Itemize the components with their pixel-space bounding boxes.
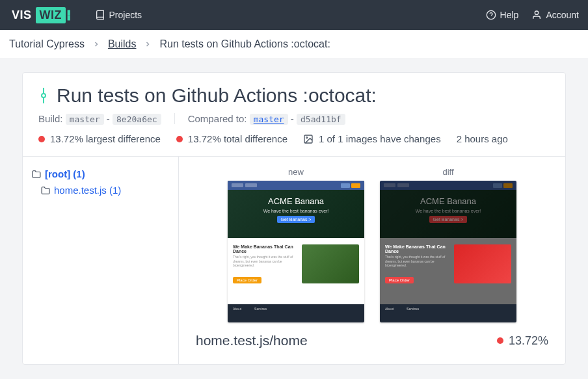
book-icon: [95, 10, 105, 20]
stat-total: 13.72% total difference: [176, 133, 287, 144]
image-icon: [303, 134, 314, 144]
svg-point-7: [306, 137, 308, 138]
nav-help-label: Help: [500, 10, 519, 20]
tree-root[interactable]: [root] (1): [32, 166, 169, 182]
nav-account[interactable]: Account: [531, 10, 579, 20]
help-icon: [486, 10, 496, 20]
comparison-panel: new diff ACME Banana We have the best ba…: [179, 157, 565, 364]
nav-projects-label: Projects: [109, 10, 142, 20]
stat-time: 2 hours ago: [457, 133, 508, 144]
label-new: new: [228, 164, 364, 179]
file-tree: [root] (1) home.test.js (1): [23, 157, 179, 364]
stat-largest: 13.72% largest difference: [38, 133, 161, 144]
result-pct: 13.72%: [497, 334, 548, 348]
status-dot-icon: [38, 136, 45, 142]
breadcrumb-builds[interactable]: Builds: [108, 38, 137, 50]
commit-icon: [38, 88, 49, 103]
compared-branch[interactable]: master: [250, 114, 288, 125]
build-branch: master: [66, 114, 104, 125]
build-meta: Build: master - 8e20a6ec: [38, 113, 161, 124]
stat-images: 1 of 1 images have changes: [303, 133, 441, 144]
thumbnail-diff[interactable]: ACME Banana We have the best bananas eve…: [380, 181, 516, 322]
nav-projects[interactable]: Projects: [95, 10, 142, 20]
topbar: VISWIZ▮▮ Projects Help Account: [0, 0, 588, 30]
svg-point-3: [42, 94, 46, 98]
nav-account-label: Account: [546, 10, 579, 20]
breadcrumb-current: Run tests on Github Actions :octocat:: [159, 38, 330, 50]
status-dot-icon: [497, 337, 503, 344]
compared-sha: d5ad11bf: [297, 114, 345, 125]
tree-file[interactable]: home.test.js (1): [32, 182, 169, 198]
result-name: home.test.js/home: [196, 333, 308, 348]
logo[interactable]: VISWIZ▮▮: [9, 7, 72, 23]
label-diff: diff: [380, 164, 516, 179]
main-card: Run tests on Github Actions :octocat: Bu…: [22, 72, 566, 365]
page-title: Run tests on Github Actions :octocat:: [57, 85, 377, 107]
nav-help[interactable]: Help: [486, 10, 519, 20]
thumbnail-new[interactable]: ACME Banana We have the best bananas eve…: [228, 181, 364, 322]
chevron-right-icon: [144, 40, 152, 48]
status-dot-icon: [176, 136, 183, 142]
compared-meta: Compared to: master - d5ad11bf: [188, 113, 345, 124]
svg-point-2: [535, 11, 539, 14]
breadcrumb-project[interactable]: Tutorial Cypress: [9, 38, 85, 50]
build-sha: 8e20a6ec: [113, 114, 161, 125]
user-icon: [531, 10, 542, 20]
folder-icon: [32, 170, 41, 179]
chevron-right-icon: [92, 40, 100, 48]
folder-icon: [41, 186, 50, 195]
breadcrumb: Tutorial Cypress Builds Run tests on Git…: [0, 30, 588, 59]
build-header: Run tests on Github Actions :octocat: Bu…: [23, 73, 565, 157]
